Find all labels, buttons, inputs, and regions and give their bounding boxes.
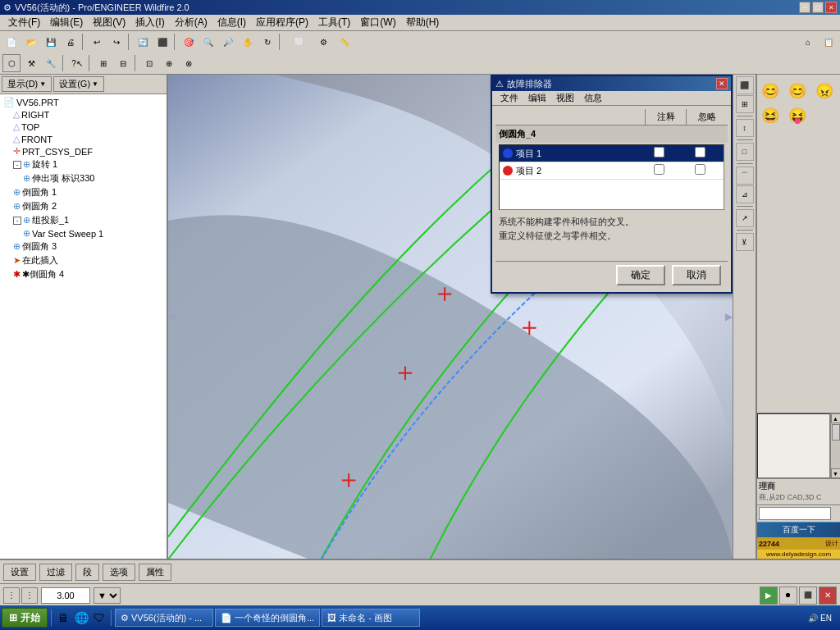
fault-item-1-note-check[interactable]: [638, 147, 679, 160]
taskbar-icon-2[interactable]: 🌐: [73, 609, 89, 626]
tb-open[interactable]: 📂: [22, 33, 40, 51]
tb-help-cursor[interactable]: ?↖: [68, 54, 86, 72]
tb-3d[interactable]: ⬛: [153, 33, 171, 51]
tb-icon-c[interactable]: ⊡: [140, 54, 158, 72]
feature-select[interactable]: ▼: [94, 587, 121, 604]
expand-group[interactable]: -: [13, 217, 21, 225]
tb-spin[interactable]: ↻: [258, 33, 276, 51]
tb-regen[interactable]: 🔄: [134, 33, 152, 51]
taskbar-item-1[interactable]: ⚙ VV56(活动的) - ...: [115, 609, 213, 627]
start-button[interactable]: ⊞ 开始: [2, 608, 48, 628]
taskbar-icon-1[interactable]: 🖥: [55, 609, 71, 626]
feature-value-input[interactable]: [41, 587, 90, 604]
tb-sketch-mode[interactable]: ⬜: [286, 33, 311, 51]
menu-window[interactable]: 窗口(W): [355, 14, 400, 31]
fault-item-2-note-check[interactable]: [638, 164, 679, 177]
tb-measure[interactable]: 📏: [336, 33, 354, 51]
feature-play-btn[interactable]: ▶: [760, 587, 778, 605]
tab-settings[interactable]: 设置: [3, 564, 36, 581]
search-input[interactable]: [759, 507, 831, 520]
scroll-track[interactable]: [831, 423, 841, 468]
tb-icon-b[interactable]: ⊟: [114, 54, 132, 72]
emoji-5[interactable]: 😝: [786, 104, 809, 127]
tb-undo[interactable]: ↩: [88, 33, 106, 51]
edge-arrow-right[interactable]: ▶: [725, 311, 733, 322]
tb-orient[interactable]: 🎯: [180, 33, 198, 51]
taskbar-icon-3[interactable]: 🛡: [91, 609, 107, 626]
rt-btn-6[interactable]: ⊿: [736, 185, 754, 203]
tb-new[interactable]: 📄: [2, 33, 21, 51]
feature-stop-btn[interactable]: ⬛: [799, 587, 817, 605]
tb-rotate[interactable]: 🔧: [42, 54, 60, 72]
tree-round3[interactable]: ⊕ 倒圆角 3: [2, 240, 165, 253]
emoji-2[interactable]: 😊: [786, 80, 809, 103]
rt-btn-7[interactable]: ↗: [736, 209, 754, 227]
scroll-thumb[interactable]: [832, 424, 840, 441]
fault-ok-btn[interactable]: 确定: [616, 265, 665, 285]
tree-insert[interactable]: ➤ 在此插入: [2, 253, 165, 267]
tb-zoom-out[interactable]: 🔎: [219, 33, 237, 51]
tb-r2[interactable]: 📋: [819, 33, 838, 51]
emoji-4[interactable]: 😆: [759, 104, 782, 127]
scroll-up-btn[interactable]: ▲: [831, 413, 841, 423]
right-scrollbar[interactable]: ▲ ▼: [830, 413, 840, 478]
tb-select[interactable]: ⬡: [2, 54, 21, 72]
menu-insert[interactable]: 插入(I): [130, 14, 169, 31]
fault-item-1-ignore-check[interactable]: [679, 147, 720, 160]
tab-filter[interactable]: 过滤: [39, 564, 72, 581]
rt-btn-5[interactable]: ⌒: [736, 167, 754, 185]
rt-btn-2[interactable]: ⊞: [736, 95, 754, 113]
emoji-3[interactable]: 😠: [813, 80, 836, 103]
feature-record-btn[interactable]: ⏺: [779, 587, 797, 605]
tree-csys[interactable]: ✛ PRT_CSYS_DEF: [2, 145, 165, 158]
tb-icon-a[interactable]: ⊞: [94, 54, 112, 72]
rt-btn-4[interactable]: □: [736, 143, 754, 161]
menu-edit[interactable]: 编辑(E): [45, 14, 88, 31]
close-btn[interactable]: ✕: [825, 2, 837, 13]
menu-view[interactable]: 视图(V): [88, 14, 130, 31]
taskbar-item-2[interactable]: 📄 一个奇怪的倒圆角...: [215, 609, 320, 627]
display-btn[interactable]: 显示(D) ▼: [2, 76, 52, 92]
rt-btn-8[interactable]: ⊻: [736, 233, 754, 251]
edge-arrow-left[interactable]: ◀: [168, 311, 176, 322]
menu-file[interactable]: 文件(F): [3, 14, 45, 31]
tb-r1[interactable]: ⌂: [799, 33, 817, 51]
tree-right[interactable]: △ RIGHT: [2, 108, 165, 121]
feature-close-btn[interactable]: ✕: [819, 587, 837, 605]
fault-menu-edit[interactable]: 编辑: [523, 91, 551, 105]
tree-group[interactable]: - ⊕ 组投影_1: [2, 213, 165, 227]
maximize-btn[interactable]: □: [812, 2, 824, 13]
taskbar-item-3[interactable]: 🖼 未命名 - 画图: [322, 609, 420, 627]
tb-view-ctrl[interactable]: ⚙: [314, 33, 332, 51]
tb-zoom-in[interactable]: 🔍: [199, 33, 217, 51]
tb-redo[interactable]: ↪: [107, 33, 126, 51]
tab-properties[interactable]: 属性: [139, 564, 171, 581]
settings-btn[interactable]: 设置(G) ▼: [53, 76, 104, 92]
tb-filter[interactable]: ⚒: [22, 54, 40, 72]
expand-revolve[interactable]: -: [13, 161, 21, 169]
fault-menu-view[interactable]: 视图: [551, 91, 579, 105]
center-viewport[interactable]: ◀ ▶ ⚠ 故障排除器 ✕ 文件 编辑 视图 信息 注释: [168, 75, 733, 559]
fault-item-1[interactable]: 项目 1: [500, 145, 724, 162]
tree-sweep[interactable]: ⊕ Var Sect Sweep 1: [2, 227, 165, 240]
rt-btn-3[interactable]: ↕: [736, 119, 754, 137]
tb-save[interactable]: 💾: [42, 33, 60, 51]
fault-list-area[interactable]: 项目 1 项目 2: [499, 144, 724, 210]
tree-protrusion[interactable]: ⊕ 伸出项 标识330: [2, 171, 165, 185]
tree-round4-error[interactable]: ✱ ✱倒圆角 4: [2, 267, 165, 281]
fault-item-2[interactable]: 项目 2: [500, 162, 724, 180]
emoji-1[interactable]: 😊: [759, 80, 782, 103]
tree-root[interactable]: 📄 VV56.PRT: [2, 96, 165, 108]
fault-close-btn[interactable]: ✕: [716, 78, 728, 89]
tree-front[interactable]: △ FRONT: [2, 133, 165, 145]
tab-options[interactable]: 选项: [103, 564, 135, 581]
menu-tools[interactable]: 工具(T): [313, 14, 355, 31]
tree-top[interactable]: △ TOP: [2, 121, 165, 133]
tb-print[interactable]: 🖨: [62, 33, 80, 51]
tb-icon-d[interactable]: ⊕: [160, 54, 178, 72]
menu-analysis[interactable]: 分析(A): [170, 14, 212, 31]
menu-info[interactable]: 信息(I): [212, 14, 251, 31]
tb-pan[interactable]: ✋: [239, 33, 257, 51]
tab-segment[interactable]: 段: [75, 564, 99, 581]
minimize-btn[interactable]: ─: [799, 2, 810, 13]
